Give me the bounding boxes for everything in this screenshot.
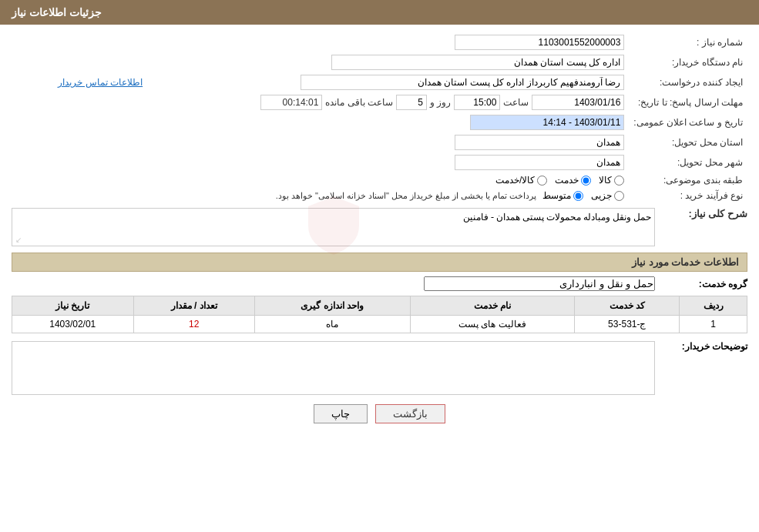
col-vahedAndaze: واحد اندازه گیری [254, 296, 410, 316]
page-header: جزئیات اطلاعات نیاز [0, 0, 759, 25]
cell-namKhadamat: فعالیت های پست [410, 316, 575, 333]
tabaqebondi-group: کالا خدمت کالا/خدمت [16, 175, 624, 186]
baghimande-input[interactable] [260, 95, 322, 110]
shomareNiaz-label: شماره نیاز : [629, 32, 747, 52]
tozihKharidar-label: توضیحات خریدار: [655, 341, 747, 352]
cell-vahedAndaze: ماه [254, 316, 410, 333]
cell-tedad: 12 [133, 316, 254, 333]
baghimande-label: ساعت باقی مانده [325, 97, 393, 108]
noeFarayand-group: جزیی متوسط [542, 190, 624, 201]
tozih-section: توضیحات خریدار: [12, 341, 747, 395]
cell-radif: 1 [680, 316, 747, 333]
ijadKonande-input[interactable] [301, 75, 624, 90]
tabaqebondi-khadamat[interactable]: خدمت [555, 175, 591, 186]
cell-kodKhadamat: ج-531-53 [575, 316, 680, 333]
col-kodKhadamat: کد خدمت [575, 296, 680, 316]
ijadKonande-value-cell [147, 72, 629, 92]
namDasgah-value-cell [12, 52, 629, 72]
table-row: 1 ج-531-53 فعالیت های پست ماه 12 1403/02… [12, 316, 747, 333]
saat-label: ساعت [503, 97, 529, 108]
ostanTahvil-label: استان محل تحویل: [629, 132, 747, 152]
grohKhadamat-row: گروه خدمت: [12, 276, 747, 291]
noeFarayand-jazei[interactable]: جزیی [591, 190, 624, 201]
ostanTahvil-input[interactable] [455, 135, 624, 150]
noeFarayand-mottaset-radio[interactable] [573, 191, 583, 201]
page-title: جزئیات اطلاعات نیاز [12, 6, 102, 18]
print-button[interactable]: چاپ [314, 404, 368, 423]
shahrTahvil-label: شهر محل تحویل: [629, 152, 747, 172]
grohKhadamat-input[interactable] [424, 276, 655, 291]
tabaqebondi-kalakhadamat-radio[interactable] [537, 176, 547, 186]
back-button[interactable]: بازگشت [375, 404, 445, 423]
noeFarayand-jazei-radio[interactable] [614, 191, 624, 201]
date-input[interactable] [532, 95, 624, 110]
namDasgah-label: نام دستگاه خریدار: [629, 52, 747, 72]
noeFarayand-note: پرداخت تمام یا بخشی از مبلغ خریداز محل "… [276, 191, 537, 201]
tabaqebondi-label: طبقه بندی موضوعی: [629, 172, 747, 188]
col-radif: ردیف [680, 296, 747, 316]
grohKhadamat-label: گروه خدمت: [655, 279, 747, 289]
main-content: شماره نیاز : نام دستگاه خریدار: ایجاد کن… [0, 25, 759, 439]
services-table: ردیف کد خدمت نام خدمت واحد اندازه گیری ت… [12, 296, 747, 333]
tamas-link[interactable]: اطلاعات تماس خریدار [58, 77, 143, 88]
buttons-row: بازگشت چاپ [12, 404, 747, 423]
tarikhElan-input[interactable] [470, 115, 624, 130]
namDasgah-input[interactable] [331, 55, 624, 70]
ijadKonande-label: ایجاد کننده درخواست: [629, 72, 747, 92]
tozihKharidar-textarea[interactable] [12, 341, 655, 395]
watermark-shield [307, 195, 361, 259]
shahreKoli-value: حمل ونقل ومبادله محمولات پستی همدان - فا… [463, 212, 651, 223]
info-section: شماره نیاز : نام دستگاه خریدار: ایجاد کن… [12, 32, 747, 203]
shahreKoli-label: شرح کلی نیاز: [655, 208, 747, 219]
mohlatErsal-value-cell: ساعت روز و ساعت باقی مانده [12, 92, 629, 112]
roz-label: روز و [430, 97, 451, 108]
khadamat-section-title: اطلاعات خدمات مورد نیاز [12, 253, 747, 272]
noeFarayand-label: نوع فرآیند خرید : [629, 188, 747, 203]
tarikhElan-label: تاریخ و ساعت اعلان عمومی: [629, 112, 747, 132]
shahrTahvil-input[interactable] [455, 155, 624, 170]
col-tedad: تعداد / مقدار [133, 296, 254, 316]
tabaqebondi-kala[interactable]: کالا [599, 175, 624, 186]
saat-input[interactable] [454, 95, 500, 110]
noeFarayand-mottaset[interactable]: متوسط [542, 190, 583, 201]
cell-tarikh: 1403/02/01 [12, 316, 134, 333]
shahreKoli-section: شرح کلی نیاز: حمل ونقل ومبادله محمولات پ… [12, 208, 747, 246]
col-namKhadamat: نام خدمت [410, 296, 575, 316]
tabaqebondi-khadamat-radio[interactable] [581, 176, 591, 186]
shomareNiaz-input[interactable] [455, 35, 624, 50]
mohlatErsal-label: مهلت ارسال پاسخ: تا تاریخ: [629, 92, 747, 112]
shomareNiaz-value-cell [171, 32, 629, 52]
roz-input[interactable] [396, 95, 427, 110]
col-tarikh: تاریخ نیاز [12, 296, 134, 316]
tabaqebondi-kala-khadamat[interactable]: کالا/خدمت [495, 175, 547, 186]
tabaqebondi-kala-radio[interactable] [614, 176, 624, 186]
